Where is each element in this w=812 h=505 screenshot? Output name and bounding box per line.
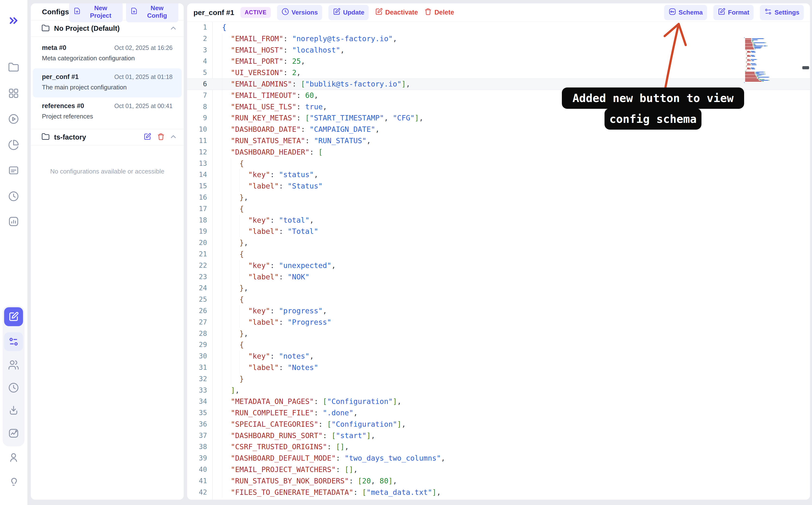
new-project-button[interactable]: New Project — [69, 3, 123, 22]
code-line: 14"key": "status", — [187, 169, 810, 181]
code-line: 26"key": "progress", — [187, 305, 810, 317]
code-line: 33], — [187, 385, 810, 396]
json-editor-area[interactable]: 1{2"EMAIL_FROM": "noreply@ts-factory.io"… — [187, 22, 810, 500]
code-line: 12"DASHBOARD_HEADER": [ — [187, 147, 810, 158]
code-line: 15"label": "Status" — [187, 181, 810, 192]
clock-icon[interactable] — [8, 382, 19, 393]
editor-toolbar: per_conf #1 ACTIVE Versions Update Deact… — [187, 3, 810, 22]
line-number: 20 — [187, 237, 212, 248]
versions-button[interactable]: Versions — [277, 5, 322, 20]
folder-icon[interactable] — [8, 62, 19, 73]
code-line: 34"METADATA_ON_PAGES": ["Configuration"]… — [187, 396, 810, 407]
code-line: 1{ — [187, 22, 810, 33]
line-number: 22 — [187, 260, 212, 272]
line-number: 30 — [187, 351, 212, 362]
folder-icon — [41, 24, 50, 33]
new-project-label: New Project — [83, 4, 119, 19]
versions-label: Versions — [292, 9, 318, 16]
update-button[interactable]: Update — [328, 5, 369, 20]
code-line: 18"key": "total", — [187, 215, 810, 226]
pie-chart-icon[interactable] — [8, 139, 19, 151]
empty-section-note: No configurations available or accessibl… — [31, 145, 184, 175]
line-number: 14 — [187, 169, 212, 181]
line-number: 15 — [187, 181, 212, 192]
config-list: meta #0Oct 02, 2025 at 16:26Meta categor… — [31, 37, 184, 129]
file-plus-icon — [130, 7, 138, 16]
line-number: 3 — [187, 44, 212, 56]
edit-square-icon-active[interactable] — [4, 307, 23, 326]
code-line: 39"DASHBOARD_DEFAULT_MODE": "two_days_tw… — [187, 453, 810, 464]
edit-square-icon — [718, 8, 725, 17]
status-badge: ACTIVE — [240, 7, 271, 18]
config-item-date: Oct 01, 2025 at 01:18 — [115, 73, 173, 80]
line-number: 36 — [187, 419, 212, 430]
code-line: 21{ — [187, 248, 810, 260]
edit-project-icon[interactable] — [144, 133, 151, 142]
line-number: 9 — [187, 113, 212, 124]
line-number: 39 — [187, 453, 212, 464]
line-number: 35 — [187, 407, 212, 419]
config-item[interactable]: meta #0Oct 02, 2025 at 16:26Meta categor… — [33, 39, 182, 68]
code-line: 2"EMAIL_FROM": "noreply@ts-factory.io", — [187, 33, 810, 44]
line-number: 17 — [187, 203, 212, 215]
history-clock-icon[interactable] — [8, 191, 19, 202]
chevron-up-icon[interactable] — [169, 24, 177, 33]
schema-button[interactable]: Schema — [664, 5, 707, 20]
line-number: 38 — [187, 441, 212, 453]
line-number: 18 — [187, 215, 212, 226]
code-line: 24}, — [187, 283, 810, 294]
section-header-ts-factory[interactable]: ts-factory — [31, 129, 184, 145]
line-number: 6 — [187, 78, 212, 90]
sliders-icon — [764, 8, 772, 17]
deactivate-button[interactable]: Deactivate — [375, 8, 418, 17]
key-square-icon — [668, 8, 676, 17]
configs-sliders-icon[interactable] — [4, 332, 23, 351]
code-line: 25{ — [187, 294, 810, 305]
import-box-icon[interactable] — [8, 405, 19, 416]
config-item[interactable]: references #0Oct 01, 2025 at 00:41Projec… — [33, 98, 182, 127]
config-item[interactable]: per_conf #1Oct 01, 2025 at 01:18The main… — [33, 68, 182, 98]
line-number: 7 — [187, 90, 212, 101]
line-number: 13 — [187, 158, 212, 169]
format-button[interactable]: Format — [713, 5, 754, 20]
code-line: 40"EMAIL_PROJECT_WATCHERS": [], — [187, 464, 810, 475]
line-number: 21 — [187, 248, 212, 260]
delete-button[interactable]: Delete — [424, 8, 454, 17]
code-line: 42"FILES_TO_GENERATE_METADATA": ["meta_d… — [187, 487, 810, 498]
update-label: Update — [343, 9, 364, 16]
code-line: 31"label": "Notes" — [187, 362, 810, 373]
trend-square-icon[interactable] — [8, 428, 19, 439]
dashboard-grid-icon[interactable] — [8, 88, 19, 99]
chevron-up-icon[interactable] — [169, 133, 177, 142]
editor-minimap[interactable] — [744, 37, 773, 83]
user-icon[interactable] — [8, 452, 19, 463]
delete-label: Delete — [434, 9, 454, 16]
scrollbar-thumb[interactable] — [802, 66, 809, 69]
folder-icon — [41, 133, 50, 142]
users-icon[interactable] — [8, 359, 19, 370]
section-header-no-project[interactable]: No Project (Default) — [31, 20, 184, 37]
code-line: 11"RUN_STATUS_META": "RUN_STATUS", — [187, 135, 810, 147]
play-circle-icon[interactable] — [8, 114, 19, 125]
code-lines: 1{2"EMAIL_FROM": "noreply@ts-factory.io"… — [187, 22, 810, 498]
code-line: 4"EMAIL_PORT": 25, — [187, 56, 810, 67]
settings-label: Settings — [775, 9, 799, 16]
line-number: 2 — [187, 33, 212, 44]
format-label: Format — [728, 9, 749, 16]
delete-project-icon[interactable] — [157, 133, 165, 142]
settings-button[interactable]: Settings — [760, 5, 804, 20]
new-config-button[interactable]: New Config — [126, 3, 178, 22]
line-number: 12 — [187, 147, 212, 158]
document-card-icon[interactable] — [8, 165, 19, 176]
config-item-date: Oct 01, 2025 at 00:41 — [115, 103, 173, 110]
config-editor: per_conf #1 ACTIVE Versions Update Deact… — [187, 3, 810, 500]
line-number: 28 — [187, 328, 212, 339]
code-line: 27"label": "Progress" — [187, 317, 810, 328]
line-number: 32 — [187, 373, 212, 385]
code-line: 6"EMAIL_ADMINS": ["bublik@ts-factory.io"… — [187, 78, 810, 90]
line-number: 10 — [187, 124, 212, 135]
lightbulb-icon[interactable] — [8, 477, 19, 488]
bar-chart-square-icon[interactable] — [8, 216, 19, 227]
expand-sidebar-icon[interactable] — [7, 14, 20, 27]
configs-panel-header: Configs New Project New Config — [31, 3, 184, 20]
